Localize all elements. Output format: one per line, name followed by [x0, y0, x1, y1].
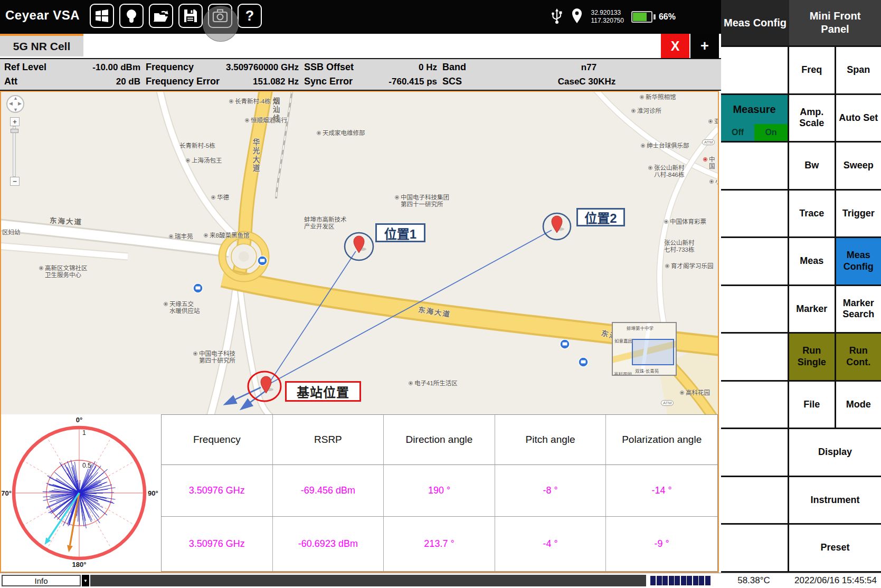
tab-5g-nr-cell[interactable]: 5G NR Cell — [0, 34, 83, 56]
preset-button[interactable]: Preset — [789, 525, 881, 571]
measurement-info-bar: Ref Level-10.00 dBm Frequency3.509760000… — [0, 58, 721, 91]
table-header-cell: Frequency — [162, 415, 273, 465]
panel-empty-cell — [721, 238, 788, 284]
svg-text:0.5: 0.5 — [82, 462, 91, 469]
table-value-cell: 3.50976 GHz — [162, 517, 273, 571]
zoom-slider-handle[interactable] — [11, 129, 18, 133]
sweep-button[interactable]: Sweep — [836, 143, 881, 189]
auto-set-button[interactable]: Auto Set — [836, 95, 881, 141]
app-window: Ceyear VSA — [0, 0, 881, 588]
inset-poi-label: 如意嘉园 — [614, 337, 632, 344]
usb-icon — [551, 7, 563, 27]
measurement-table: FrequencyRSRPDirection anglePitch angleP… — [161, 414, 718, 572]
measure-label: Measure — [733, 95, 775, 125]
help-button[interactable]: ? — [238, 4, 262, 28]
inset-poi-label: 高科花园 — [614, 371, 632, 376]
screenshot-icon — [212, 7, 229, 24]
svg-text:1: 1 — [82, 429, 86, 437]
info-sync-error: Sync Error-760.415 ps — [299, 76, 437, 87]
tab-add-button[interactable]: + — [690, 34, 719, 58]
battery-percent: 66% — [659, 12, 676, 22]
gps-longitude: 117.320750 — [591, 17, 624, 25]
windows-menu-button[interactable] — [90, 4, 114, 28]
help-icon: ? — [245, 8, 254, 24]
table-value-cell: -60.6923 dBm — [273, 517, 384, 571]
top-toolbar: Ceyear VSA — [0, 0, 721, 34]
temperature-readout: 58.38°C — [722, 575, 785, 586]
loc2-pin — [552, 216, 564, 233]
bw-button[interactable]: Bw — [789, 143, 835, 189]
map-markers-layer — [1, 92, 718, 414]
brightness-icon — [123, 7, 140, 24]
run-cont-button[interactable]: Run Cont. — [836, 334, 881, 380]
panel-empty-cell — [721, 47, 788, 93]
map-inset[interactable]: 蚌埠第十中学如意嘉园双珠·长青苑高科花园 — [612, 322, 677, 376]
panel-empty-cell — [721, 429, 788, 476]
status-bar: Info ▼ 58.38°C 2022/06/16 15:45:54 — [0, 573, 881, 588]
zoom-slider[interactable] — [13, 126, 16, 177]
span-button[interactable]: Span — [836, 47, 881, 93]
run-single-button[interactable]: Run Single — [789, 334, 835, 380]
brightness-button[interactable] — [119, 4, 144, 28]
open-file-button[interactable] — [149, 4, 173, 28]
base-station-label: 基站位置 — [285, 381, 361, 402]
info-scs: SCSCaseC 30KHz — [437, 76, 712, 87]
screenshot-button[interactable] — [208, 4, 232, 28]
svg-text:90°: 90° — [148, 489, 158, 497]
panel-empty-cell — [721, 286, 788, 333]
table-header-cell: Direction angle — [384, 415, 495, 465]
trigger-button[interactable]: Trigger — [836, 191, 881, 237]
meas-button[interactable]: Meas — [789, 238, 835, 284]
amp-scale-button[interactable]: Amp. Scale — [789, 95, 835, 141]
freq-button[interactable]: Freq — [789, 47, 835, 93]
loc1-pin — [354, 236, 366, 253]
table-value-cell: 190 ° — [384, 465, 495, 517]
instrument-button[interactable]: Instrument — [789, 477, 881, 524]
panel-empty-cell — [721, 191, 788, 237]
panel-header-mini-front-panel[interactable]: Mini Front Panel — [789, 0, 881, 45]
table-header-cell: Polarization angle — [606, 415, 717, 465]
file-button[interactable]: File — [789, 382, 835, 428]
tab-bar: 5G NR Cell X + — [0, 34, 721, 58]
trace-button[interactable]: Trace — [789, 191, 835, 237]
save-icon — [182, 7, 199, 24]
panel-empty-cell — [721, 525, 788, 571]
measure-off-option[interactable]: Off — [721, 124, 754, 141]
table-value-cell: -69.456 dBm — [273, 465, 384, 517]
info-ref-level: Ref Level-10.00 dBm — [4, 62, 140, 73]
inset-viewport-rect[interactable] — [632, 339, 674, 365]
zoom-out-button[interactable]: − — [10, 177, 20, 186]
tab-close-button[interactable]: X — [661, 34, 689, 58]
table-value-cell: -9 ° — [606, 517, 717, 571]
marker-search-button[interactable]: Marker Search — [836, 286, 881, 333]
info-dropdown[interactable]: Info — [2, 575, 81, 586]
measure-on-option[interactable]: On — [754, 124, 788, 141]
windows-icon — [93, 7, 110, 24]
measure-toggle[interactable]: Measure Off On — [721, 95, 788, 141]
panel-empty-cell — [721, 334, 788, 380]
panel-empty-cell — [721, 143, 788, 189]
zoom-in-button[interactable]: + — [10, 117, 20, 126]
info-band: Bandn77 — [437, 62, 712, 73]
table-value-cell: -4 ° — [495, 517, 607, 571]
map-canvas[interactable]: 长青新村-4栋恒顺烟酒商行天成家电维修部新华照相馆淮河诊所亚长青新村-5栋上海汤… — [1, 92, 718, 414]
table-value-cell: 3.50976 GHz — [162, 465, 273, 517]
marker-button[interactable]: Marker — [789, 286, 835, 333]
info-dropdown-arrow-icon[interactable]: ▼ — [82, 575, 89, 586]
inset-poi-label: 蚌埠第十中学 — [627, 325, 653, 331]
save-button[interactable] — [178, 4, 203, 28]
gps-coordinates: 32.920133 117.320750 — [591, 9, 624, 25]
display-button[interactable]: Display — [789, 429, 881, 476]
meas-config-button[interactable]: Meas Config — [836, 238, 881, 284]
map-pan-control[interactable]: ▲▼◀▶ — [6, 95, 24, 113]
info-ssb-offset: SSB Offset0 Hz — [299, 62, 437, 73]
mode-button[interactable]: Mode — [836, 382, 881, 428]
panel-empty-cell — [721, 382, 788, 428]
table-value-cell: -14 ° — [606, 465, 717, 517]
panel-header-meas-config[interactable]: Meas Config — [721, 0, 789, 45]
panel-empty-cell — [721, 477, 788, 524]
progress-indicator — [650, 576, 711, 585]
table-value-cell: -8 ° — [495, 465, 607, 517]
side-panel: Meas Config Mini Front Panel Freq Span M… — [721, 0, 881, 573]
battery-indicator: 66% — [631, 11, 676, 23]
